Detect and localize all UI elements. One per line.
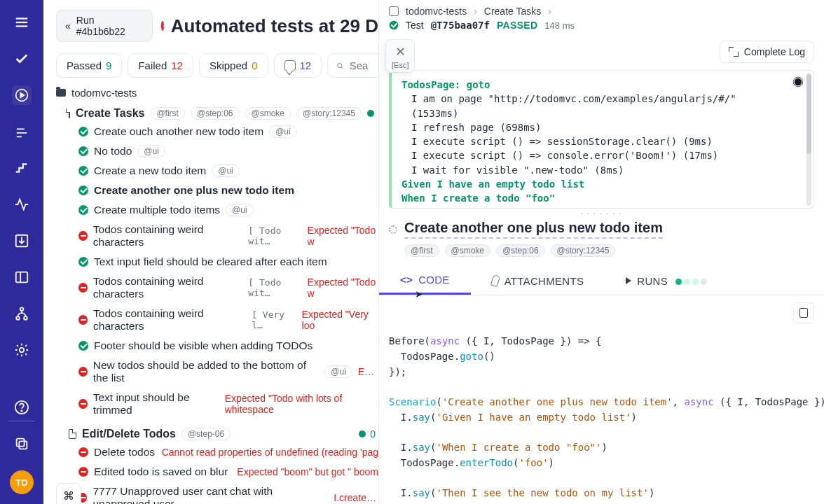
page-title: Automated tests at 29 D	[161, 15, 378, 37]
tree-file-row[interactable]: Create Tasks @first @step:06 @smoke @sto…	[69, 105, 378, 122]
test-row[interactable]: Delete todosCannot read properties of un…	[78, 442, 378, 462]
test-row[interactable]: Todos containing weird characters[ Todo …	[78, 220, 378, 252]
svg-point-14	[24, 316, 27, 320]
status-badge: PASSED	[497, 20, 537, 31]
filter-failed[interactable]: Failed 12	[128, 53, 193, 78]
close-panel-overlay[interactable]: ✕ [Esc]	[385, 39, 415, 73]
tab-attachments[interactable]: ATTACHMENTS	[471, 267, 605, 295]
run-back-button[interactable]: « Run #4b1b6b22	[56, 10, 153, 42]
log-line: TodosPage: enterTodo "foo"	[401, 206, 785, 209]
tab-code[interactable]: <>CODE	[379, 267, 471, 295]
menu-icon[interactable]	[12, 13, 32, 32]
test-row[interactable]: Edited todo is saved on blurExpected "bo…	[78, 462, 378, 482]
pass-icon	[78, 205, 88, 215]
filter-passed[interactable]: Passed 9	[56, 53, 122, 78]
run-label: Run #4b1b6b22	[76, 15, 144, 37]
complete-log-button[interactable]: Complete Log	[720, 41, 814, 63]
tag: @ui	[212, 164, 240, 177]
help-icon[interactable]	[12, 398, 32, 417]
fail-icon	[78, 447, 88, 457]
test-row[interactable]: New todos should be added to the bottom …	[78, 356, 378, 388]
copy-button[interactable]	[793, 302, 814, 323]
test-row[interactable]: 7777 Unapproved user cant chat with unap…	[78, 482, 378, 504]
comment-icon	[284, 60, 296, 71]
file-icon	[69, 108, 70, 118]
test-row[interactable]: Todos containing weird characters[ Todo …	[78, 272, 378, 304]
branch-icon[interactable]	[12, 304, 32, 323]
code-area[interactable]: Before(async ({ I, TodosPage }) => { Tod…	[379, 295, 824, 504]
fail-icon	[78, 399, 88, 409]
check-icon[interactable]	[12, 49, 32, 69]
import-icon[interactable]	[12, 231, 32, 251]
pass-icon	[78, 146, 88, 156]
tag: @first	[150, 107, 185, 120]
detail-tabs: <>CODE ATTACHMENTS RUNS	[379, 267, 824, 295]
main: « Run #4b1b6b22 Automated tests at 29 D …	[43, 0, 824, 504]
svg-point-17	[21, 410, 22, 411]
play-circle-icon[interactable]	[12, 85, 32, 105]
log-header: Log Complete Log	[379, 38, 824, 70]
esc-hint: [Esc]	[392, 61, 408, 69]
group-stat: 0	[359, 428, 378, 440]
crumb[interactable]: todomvc-tests	[406, 6, 467, 17]
svg-rect-10	[16, 272, 28, 283]
log-box[interactable]: TodosPage: goto I am on page "http://tod…	[389, 70, 814, 209]
test-row[interactable]: Text input field should be cleared after…	[78, 252, 378, 272]
command-palette-button[interactable]: ⌘	[56, 483, 81, 504]
paperclip-icon	[490, 274, 500, 287]
search-input[interactable]	[350, 59, 374, 71]
duration: 148 ms	[544, 20, 575, 31]
copy-nav-icon[interactable]	[12, 434, 32, 454]
crumb[interactable]: Create Tasks	[484, 6, 541, 17]
scrollbar[interactable]	[806, 73, 811, 206]
gear-icon[interactable]	[12, 340, 32, 360]
test-hash: @T75baa07f	[431, 20, 490, 31]
breadcrumb-root-icon	[389, 6, 399, 16]
filter-row: Passed 9 Failed 12 Skipped 0 12	[56, 53, 378, 78]
filter-skipped[interactable]: Skipped 0	[199, 53, 268, 78]
pass-icon	[78, 257, 88, 267]
test-row[interactable]: Footer should be visible when adding TOD…	[78, 336, 378, 356]
chevron-left-icon: «	[65, 20, 71, 31]
svg-line-21	[341, 66, 343, 68]
tag: @smoke	[445, 244, 491, 257]
resize-handle[interactable]: • • • • • • •	[379, 210, 824, 216]
steps-icon[interactable]	[12, 158, 32, 178]
list-icon[interactable]	[12, 122, 32, 141]
log-line: I refresh page (698ms)	[401, 120, 785, 134]
filter-comments[interactable]: 12	[274, 53, 322, 78]
log-line: I am on page "http://todomvc.com/example…	[401, 92, 785, 120]
svg-point-15	[20, 348, 24, 352]
test-row[interactable]: No todo@ui	[78, 141, 378, 161]
fail-icon	[78, 467, 88, 477]
test-row[interactable]: Text input should be trimmedExpected "To…	[78, 388, 378, 420]
pass-icon	[390, 21, 399, 30]
tag: @ui	[226, 204, 254, 216]
stat-dot-icon	[359, 430, 366, 438]
pass-icon	[78, 166, 88, 176]
search-input-wrapper[interactable]	[327, 53, 378, 78]
theme-icon[interactable]	[795, 78, 802, 85]
fail-icon	[78, 315, 88, 325]
test-row[interactable]: Create multiple todo items@ui	[78, 200, 378, 220]
search-icon	[336, 60, 344, 71]
tag: @step:06	[191, 107, 240, 120]
test-row[interactable]: Create ouch another new todo item@ui	[78, 122, 378, 141]
pulse-icon[interactable]	[12, 195, 32, 214]
log-line: I execute script () => sessionStorage.cl…	[401, 134, 785, 148]
cursor-artifact: ➤	[415, 288, 423, 300]
close-icon[interactable]: ✕	[395, 44, 406, 59]
tab-runs[interactable]: RUNS	[605, 267, 728, 295]
test-row[interactable]: Create another one plus new todo item	[78, 181, 378, 200]
svg-point-20	[338, 63, 342, 67]
pass-icon	[78, 186, 88, 195]
avatar[interactable]: TD	[10, 470, 34, 494]
tree-folder-row[interactable]: todomvc-tests	[56, 85, 378, 101]
test-word: Test	[406, 20, 424, 31]
crumb-sep: ›	[474, 6, 477, 17]
test-row[interactable]: Todos containing weird characters[ Very …	[78, 304, 378, 336]
sidebar-icon[interactable]	[12, 267, 32, 287]
file-icon	[69, 429, 76, 439]
test-row[interactable]: Create a new todo item@ui	[78, 161, 378, 181]
tree-file-row[interactable]: Edit/Delete Todos @step-06 0	[69, 426, 378, 442]
